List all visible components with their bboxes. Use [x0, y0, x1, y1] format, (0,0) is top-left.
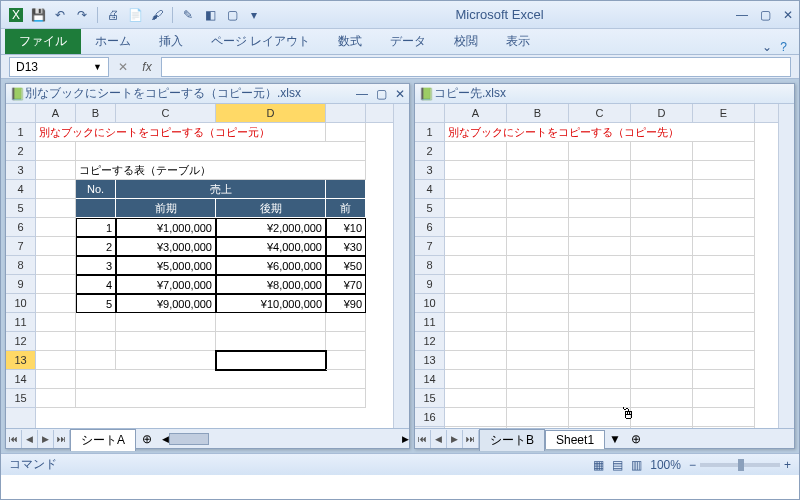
first-sheet-icon[interactable]: ⏮ — [415, 430, 431, 448]
select-all-corner[interactable] — [415, 104, 445, 123]
save-icon[interactable]: 💾 — [29, 6, 47, 24]
row-1[interactable]: 1 — [6, 123, 35, 142]
tab-pagelayout[interactable]: ページ レイアウト — [197, 29, 324, 54]
col-e[interactable] — [326, 104, 366, 122]
ribbon-tabs: ファイル ホーム 挿入 ページ レイアウト 数式 データ 校閲 表示 ⌄ ? — [1, 29, 799, 55]
col-a[interactable]: A — [36, 104, 76, 122]
last-sheet-icon[interactable]: ⏭ — [54, 430, 70, 448]
row-12[interactable]: 12 — [6, 332, 35, 351]
file-tab[interactable]: ファイル — [5, 29, 81, 54]
zoom-slider[interactable]: − + — [689, 458, 791, 472]
excel-icon: X — [7, 6, 25, 24]
workbook-icon: 📗 — [419, 87, 434, 101]
wb-minimize-icon[interactable]: — — [356, 87, 368, 101]
workbook-dest: 📗 コピー先.xlsx A B C D E 12345678910 — [414, 83, 795, 449]
row-4[interactable]: 4 — [6, 180, 35, 199]
workbook-titlebar: 📗 別なブックにシートをコピーする（コピー元）.xlsx — ▢ ✕ — [6, 84, 409, 104]
row-11[interactable]: 11 — [6, 313, 35, 332]
toggle-icon[interactable]: ▢ — [223, 6, 241, 24]
next-sheet-icon[interactable]: ▶ — [38, 430, 54, 448]
preview-icon[interactable]: 📄 — [126, 6, 144, 24]
first-sheet-icon[interactable]: ⏮ — [6, 430, 22, 448]
tab-insert[interactable]: 挿入 — [145, 29, 197, 54]
new-sheet-icon[interactable]: ⊕ — [136, 432, 158, 446]
zoom-out-icon[interactable]: − — [689, 458, 696, 472]
column-headers: A B C D — [36, 104, 393, 123]
last-sheet-icon[interactable]: ⏭ — [463, 430, 479, 448]
ribbon-minimize-icon[interactable]: ⌄ — [762, 40, 772, 54]
table-row: 5¥9,000,000¥10,000,000¥90 — [36, 294, 393, 313]
next-sheet-icon[interactable]: ▶ — [447, 430, 463, 448]
cell-grid[interactable]: 別なブックにシートをコピーする（コピー先） — [445, 123, 778, 428]
eraser-icon[interactable]: ◧ — [201, 6, 219, 24]
tab-home[interactable]: ホーム — [81, 29, 145, 54]
tab-review[interactable]: 校閲 — [440, 29, 492, 54]
app-title: Microsoft Excel — [263, 7, 736, 22]
prev-sheet-icon[interactable]: ◀ — [431, 430, 447, 448]
wb-close-icon[interactable]: ✕ — [395, 87, 405, 101]
table-row: 4¥7,000,000¥8,000,000¥70 — [36, 275, 393, 294]
sheet-tabs-right: ⏮ ◀ ▶ ⏭ シートB Sheet1 ▼ ⊕ — [415, 428, 794, 448]
horizontal-scrollbar[interactable]: ◀▶ — [162, 431, 409, 447]
zoom-in-icon[interactable]: + — [784, 458, 791, 472]
row-6[interactable]: 6 — [6, 218, 35, 237]
row-13[interactable]: 13 — [6, 351, 35, 370]
new-sheet-icon[interactable]: ⊕ — [625, 432, 647, 446]
col-b[interactable]: B — [76, 104, 116, 122]
vertical-scrollbar[interactable] — [778, 104, 794, 428]
table-row: 3¥5,000,000¥6,000,000¥50 — [36, 256, 393, 275]
brush-icon[interactable]: ✎ — [179, 6, 197, 24]
paint-icon[interactable]: 🖌 — [148, 6, 166, 24]
view-pagelayout-icon[interactable]: ▤ — [612, 458, 623, 472]
formula-bar: D13 ▼ ✕ fx — [1, 55, 799, 79]
selected-cell-d13[interactable] — [216, 351, 326, 370]
cell-grid[interactable]: 別なブックにシートをコピーする（コピー元） コピーする表（テーブル） No. 売… — [36, 123, 393, 428]
cell-a1[interactable]: 別なブックにシートをコピーする（コピー先） — [445, 123, 755, 142]
cell-b3[interactable]: コピーする表（テーブル） — [76, 161, 366, 180]
tab-data[interactable]: データ — [376, 29, 440, 54]
print-icon[interactable]: 🖨 — [104, 6, 122, 24]
fx-icon[interactable]: fx — [137, 60, 157, 74]
tab-view[interactable]: 表示 — [492, 29, 544, 54]
redo-icon[interactable]: ↷ — [73, 6, 91, 24]
select-all-corner[interactable] — [6, 104, 36, 123]
vertical-scrollbar[interactable] — [393, 104, 409, 428]
name-box-dropdown-icon[interactable]: ▼ — [93, 62, 102, 72]
undo-icon[interactable]: ↶ — [51, 6, 69, 24]
col-c[interactable]: C — [116, 104, 216, 122]
row-15[interactable]: 15 — [6, 389, 35, 408]
row-10[interactable]: 10 — [6, 294, 35, 313]
name-box[interactable]: D13 ▼ — [9, 57, 109, 77]
statusbar: コマンド ▦ ▤ ▥ 100% − + — [1, 453, 799, 475]
row-5[interactable]: 5 — [6, 199, 35, 218]
sheet-tab-sheet1[interactable]: Sheet1 — [545, 430, 605, 449]
zoom-value[interactable]: 100% — [650, 458, 681, 472]
col-d[interactable]: D — [216, 104, 326, 122]
cancel-fx-icon[interactable]: ✕ — [113, 60, 133, 74]
tab-formulas[interactable]: 数式 — [324, 29, 376, 54]
row-8[interactable]: 8 — [6, 256, 35, 275]
sheet-tabs-left: ⏮ ◀ ▶ ⏭ シートA ⊕ ◀▶ — [6, 428, 409, 448]
view-pagebreak-icon[interactable]: ▥ — [631, 458, 642, 472]
workbook-title: 別なブックにシートをコピーする（コピー元）.xlsx — [25, 85, 356, 102]
row-9[interactable]: 9 — [6, 275, 35, 294]
name-box-value: D13 — [16, 60, 38, 74]
titlebar: X 💾 ↶ ↷ 🖨 📄 🖌 ✎ ◧ ▢ ▾ Microsoft Excel — … — [1, 1, 799, 29]
help-icon[interactable]: ? — [780, 40, 787, 54]
sheet-tab-b[interactable]: シートB — [479, 429, 545, 451]
maximize-icon[interactable]: ▢ — [760, 8, 771, 22]
wb-maximize-icon[interactable]: ▢ — [376, 87, 387, 101]
sheet-tab-a[interactable]: シートA — [70, 429, 136, 451]
formula-input[interactable] — [161, 57, 791, 77]
cell-a1[interactable]: 別なブックにシートをコピーする（コピー元） — [36, 123, 326, 142]
row-3[interactable]: 3 — [6, 161, 35, 180]
workspace: 📗 別なブックにシートをコピーする（コピー元）.xlsx — ▢ ✕ A B C… — [1, 79, 799, 453]
row-7[interactable]: 7 — [6, 237, 35, 256]
prev-sheet-icon[interactable]: ◀ — [22, 430, 38, 448]
row-2[interactable]: 2 — [6, 142, 35, 161]
qat-more-icon[interactable]: ▾ — [245, 6, 263, 24]
minimize-icon[interactable]: — — [736, 8, 748, 22]
close-icon[interactable]: ✕ — [783, 8, 793, 22]
row-14[interactable]: 14 — [6, 370, 35, 389]
view-normal-icon[interactable]: ▦ — [593, 458, 604, 472]
